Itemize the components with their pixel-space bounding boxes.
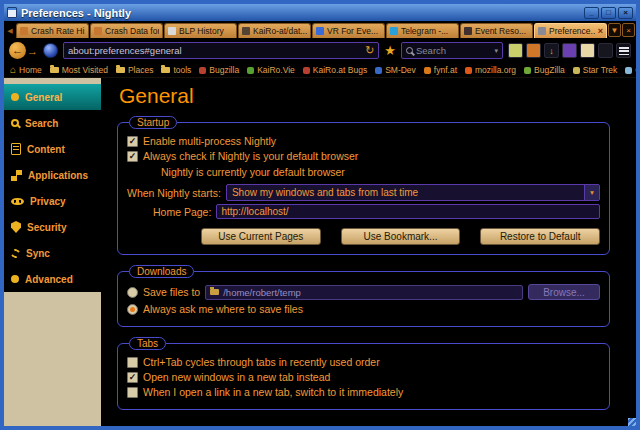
sidebar-item-content[interactable]: Content	[4, 136, 101, 162]
window-title: Preferences - Nightly	[21, 7, 580, 19]
homepage-input[interactable]	[216, 204, 600, 219]
folder-icon	[116, 67, 125, 73]
reload-icon[interactable]: ↻	[365, 44, 374, 57]
multiprocess-row: ✓ Enable multi-process Nightly	[127, 135, 600, 147]
addon-icon[interactable]	[526, 43, 541, 58]
bookmark-item[interactable]: OSM	[625, 65, 636, 75]
bookmark-label: KaiRo.Vie	[257, 65, 295, 75]
restore-to-default-button[interactable]: Restore to Default	[480, 228, 600, 245]
browser-tab[interactable]: Event Reso...	[460, 23, 533, 38]
site-favicon	[199, 67, 206, 74]
tabs-group: Tabs ✓ Ctrl+Tab cycles through tabs in r…	[117, 337, 610, 410]
bookmark-item[interactable]: KaiRo.Vie	[247, 65, 295, 75]
sidebar-item-search[interactable]: Search	[4, 110, 101, 136]
tab-label: Crash Data for ...	[105, 26, 159, 36]
chevron-down-icon[interactable]: ▼	[584, 185, 599, 200]
switch-immediately-checkbox[interactable]: ✓	[127, 387, 138, 398]
tabs-legend: Tabs	[129, 337, 166, 350]
scroll-tabs-left-icon[interactable]: ◀	[5, 23, 15, 38]
sidebar-item-sync[interactable]: Sync	[4, 240, 101, 266]
sidebar-item-general[interactable]: General	[4, 84, 101, 110]
adblock-icon[interactable]	[562, 43, 577, 58]
bookmark-item[interactable]: Star Trek	[573, 65, 617, 75]
noscript-icon[interactable]	[598, 43, 613, 58]
folder-icon	[210, 289, 219, 295]
bookmark-item[interactable]: KaiRo.at Bugs	[303, 65, 367, 75]
browser-tab[interactable]: Crash Data for ...	[90, 23, 163, 38]
tab-favicon	[316, 27, 324, 35]
browser-tab[interactable]: Crash Rate Hist...	[16, 23, 89, 38]
site-favicon	[573, 67, 580, 74]
folder-icon	[161, 67, 170, 73]
advanced-gear-icon	[11, 275, 19, 283]
startup-mode-select[interactable]: Show my windows and tabs from last time …	[226, 184, 600, 201]
save-to-label: Save files to	[143, 286, 200, 298]
minimize-button[interactable]: _	[584, 7, 599, 19]
titlebar: Preferences - Nightly _ □ ×	[4, 4, 636, 21]
url-bar[interactable]: ↻	[63, 42, 379, 59]
browser-tab[interactable]: BLP History	[164, 23, 237, 38]
bookmark-item[interactable]: BugZilla	[524, 65, 565, 75]
open-new-windows-checkbox[interactable]: ✓	[127, 372, 138, 383]
search-input[interactable]	[416, 45, 491, 56]
hamburger-icon	[619, 47, 629, 55]
site-favicon	[625, 67, 632, 74]
bookmark-star-icon[interactable]: ★	[384, 44, 396, 57]
sidebar-item-advanced[interactable]: Advanced	[4, 266, 101, 292]
close-tab-button[interactable]: ×	[622, 23, 635, 37]
bookmark-folder[interactable]: Most Visited	[50, 65, 108, 75]
sidebar-item-label: Search	[25, 118, 58, 129]
tab-label: BLP History	[179, 26, 224, 36]
sync-arrows-icon	[10, 247, 22, 259]
bookmarks-toolbar: ⌂Home Most Visited Places tools Bugzilla…	[4, 63, 636, 78]
url-input[interactable]	[68, 45, 361, 56]
back-button[interactable]: ←	[9, 42, 26, 59]
bookmark-item[interactable]: SM-Dev	[375, 65, 416, 75]
bookmark-folder[interactable]: Places	[116, 65, 154, 75]
always-ask-radio[interactable]	[127, 304, 138, 315]
sidebar-item-security[interactable]: Security	[4, 214, 101, 240]
toolbar-buttons: ↓	[508, 43, 631, 58]
browser-tab[interactable]: KaiRo-at/dat...	[238, 23, 311, 38]
sidebar-item-label: Advanced	[25, 274, 73, 285]
default-browser-checkbox[interactable]: ✓	[127, 151, 138, 162]
use-bookmark-button[interactable]: Use Bookmark...	[341, 228, 461, 245]
use-current-pages-button[interactable]: Use Current Pages	[201, 228, 321, 245]
search-bar[interactable]: ▾	[401, 42, 503, 59]
maximize-button[interactable]: □	[601, 7, 616, 19]
multiprocess-checkbox[interactable]: ✓	[127, 136, 138, 147]
persona-icon[interactable]	[580, 43, 595, 58]
browser-tab[interactable]: VR For Eve...	[312, 23, 385, 38]
open-new-windows-label: Open new windows in a new tab instead	[143, 371, 330, 383]
tab-close-icon[interactable]: ×	[598, 26, 603, 36]
ctrl-tab-checkbox[interactable]: ✓	[127, 357, 138, 368]
folder-icon	[50, 67, 59, 73]
bookmark-label: OSM	[635, 65, 636, 75]
browser-tab[interactable]: Telegram -...	[386, 23, 459, 38]
bookmark-item[interactable]: Bugzilla	[199, 65, 239, 75]
resize-grip[interactable]	[628, 418, 640, 430]
sidebar-item-label: Applications	[28, 170, 88, 181]
bookmark-folder[interactable]: tools	[161, 65, 191, 75]
save-to-radio[interactable]	[127, 287, 138, 298]
close-button[interactable]: ×	[618, 7, 633, 19]
shield-icon[interactable]	[508, 43, 523, 58]
startup-mode-row: When Nightly starts: Show my windows and…	[127, 184, 600, 201]
tab-favicon	[242, 27, 250, 35]
downloads-icon[interactable]: ↓	[544, 43, 559, 58]
menu-button[interactable]	[616, 43, 631, 58]
sidebar-item-applications[interactable]: Applications	[4, 162, 101, 188]
bookmark-item[interactable]: mozilla.org	[465, 65, 516, 75]
bookmark-item[interactable]: ⌂Home	[10, 65, 42, 75]
general-gear-icon	[11, 93, 19, 101]
forward-button[interactable]: →	[27, 45, 38, 57]
page-title: General	[119, 84, 610, 108]
sidebar-item-label: Sync	[26, 248, 50, 259]
bookmark-item[interactable]: fynf.at	[424, 65, 457, 75]
sidebar-item-privacy[interactable]: Privacy	[4, 188, 101, 214]
search-engine-dropdown-icon[interactable]: ▾	[494, 47, 498, 55]
list-all-tabs-icon[interactable]: ▼	[608, 23, 621, 37]
tab-favicon	[464, 27, 472, 35]
browse-button[interactable]: Browse...	[528, 284, 600, 300]
browser-tab-active[interactable]: Preference... ×	[534, 23, 607, 38]
